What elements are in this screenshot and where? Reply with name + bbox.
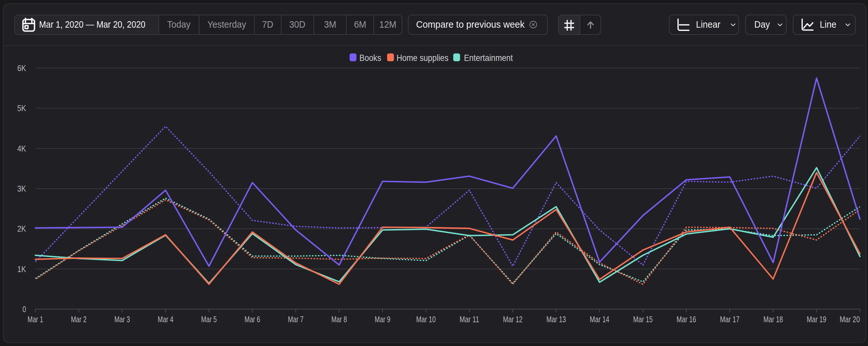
svg-text:Mar 14: Mar 14	[590, 314, 609, 324]
svg-text:Mar 2: Mar 2	[71, 314, 87, 324]
svg-text:Mar 7: Mar 7	[288, 314, 304, 324]
svg-text:3K: 3K	[17, 184, 26, 193]
svg-text:1K: 1K	[17, 264, 26, 274]
svg-text:Mar 13: Mar 13	[547, 314, 566, 324]
svg-text:Mar 4: Mar 4	[158, 314, 173, 324]
svg-text:5K: 5K	[17, 103, 26, 113]
svg-text:Mar 8: Mar 8	[331, 314, 347, 324]
svg-text:Mar 10: Mar 10	[416, 314, 436, 324]
svg-text:2K: 2K	[17, 224, 26, 233]
svg-text:Mar 5: Mar 5	[201, 314, 217, 324]
svg-text:Mar 9: Mar 9	[375, 314, 390, 324]
svg-text:Mar 1: Mar 1	[28, 314, 43, 324]
svg-text:Mar 6: Mar 6	[245, 314, 260, 324]
svg-text:0: 0	[23, 304, 26, 314]
svg-text:Mar 17: Mar 17	[720, 314, 740, 324]
svg-text:4K: 4K	[17, 144, 26, 153]
svg-text:Mar 11: Mar 11	[460, 314, 479, 324]
svg-text:Mar 20: Mar 20	[840, 314, 860, 324]
svg-text:Mar 19: Mar 19	[807, 314, 826, 324]
svg-text:Mar 18: Mar 18	[764, 314, 783, 324]
svg-text:Mar 12: Mar 12	[503, 314, 523, 324]
svg-text:Mar 15: Mar 15	[633, 314, 653, 324]
svg-text:6K: 6K	[17, 63, 26, 73]
svg-text:Mar 16: Mar 16	[677, 314, 696, 324]
svg-text:Mar 3: Mar 3	[114, 314, 130, 324]
